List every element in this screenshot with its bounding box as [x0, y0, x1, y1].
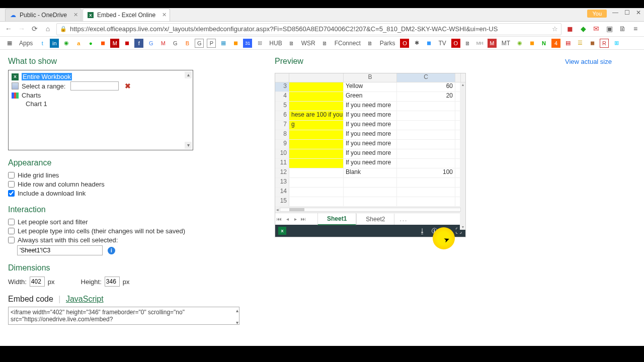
close-icon[interactable]: ✕: [73, 12, 78, 18]
table-row[interactable]: 10If you need more: [275, 149, 465, 159]
row-number[interactable]: 5: [275, 102, 289, 111]
cell[interactable]: [289, 197, 344, 206]
start-cell-option[interactable]: Always start with this cell selected:: [8, 236, 245, 244]
cell[interactable]: If you need more: [344, 121, 397, 130]
bookmark-icon[interactable]: ◼: [424, 39, 433, 48]
bookmark-icon[interactable]: a: [74, 39, 83, 48]
table-row[interactable]: 15: [275, 197, 465, 207]
bookmark-icon[interactable]: ✱: [412, 39, 421, 48]
bookmark-link[interactable]: HUB: [267, 40, 284, 47]
apps-label[interactable]: Apps: [17, 40, 35, 47]
cell[interactable]: Green: [344, 92, 397, 101]
cell[interactable]: hese are 100 if you: [289, 111, 344, 120]
checkbox[interactable]: [8, 172, 15, 178]
next-sheet-icon[interactable]: ▸: [291, 216, 299, 222]
col-header-b[interactable]: B: [344, 73, 397, 82]
cell[interactable]: [397, 188, 455, 197]
row-number[interactable]: 15: [275, 197, 289, 206]
cell[interactable]: [397, 149, 455, 158]
checkbox[interactable]: [8, 228, 15, 234]
bookmark-icon[interactable]: ◼: [122, 39, 131, 48]
clear-range-icon[interactable]: ✖: [125, 82, 131, 90]
cell[interactable]: [397, 102, 455, 111]
url-field[interactable]: 🔒 https://excel.officeapps.live.com/x/_l…: [56, 23, 561, 35]
cell[interactable]: [289, 102, 344, 111]
cell[interactable]: [289, 82, 344, 92]
star-icon[interactable]: ☆: [552, 25, 558, 33]
row-number[interactable]: 6: [275, 111, 289, 120]
gmail-icon[interactable]: ✉: [592, 25, 601, 34]
bookmark-icon[interactable]: ⊞: [612, 39, 621, 48]
ext-icon[interactable]: ▣: [605, 25, 614, 34]
menu-icon[interactable]: ≡: [631, 25, 640, 34]
browser-tab-excel-embed[interactable]: X Embed - Excel Online ✕: [83, 9, 170, 21]
cell[interactable]: [397, 111, 455, 120]
cell[interactable]: 60: [397, 82, 455, 92]
tree-item-workbook[interactable]: X Entire Workbook: [12, 72, 190, 81]
table-row[interactable]: 5If you need more: [275, 102, 465, 111]
bookmark-icon[interactable]: G: [195, 39, 204, 48]
table-row[interactable]: 14: [275, 188, 465, 197]
cell[interactable]: [289, 140, 344, 149]
hide-grid-option[interactable]: Hide grid lines: [8, 171, 245, 179]
you-badge[interactable]: You: [587, 10, 607, 18]
cell[interactable]: If you need more: [344, 159, 397, 168]
tree-item-charts[interactable]: Charts: [12, 91, 190, 100]
bookmark-icon[interactable]: ⊞: [255, 39, 264, 48]
sheet-tab-1[interactable]: Sheet1: [317, 213, 356, 225]
minimize-icon[interactable]: —: [612, 9, 618, 16]
start-cell-input[interactable]: [17, 245, 103, 255]
cell[interactable]: If you need more: [344, 130, 397, 139]
source-selector[interactable]: ▴ ▾ X Entire Workbook Select a range: ✖ …: [8, 70, 193, 150]
cell[interactable]: [397, 178, 455, 187]
cell[interactable]: [289, 178, 344, 187]
bookmark-icon[interactable]: ◼: [98, 39, 107, 48]
scroll-down-icon[interactable]: ▾: [236, 320, 238, 325]
download-link-option[interactable]: Include a download link: [8, 190, 245, 197]
close-icon[interactable]: ✕: [162, 12, 167, 18]
sheet-tab-2[interactable]: Sheet2: [356, 214, 394, 225]
bookmark-icon[interactable]: B: [183, 39, 192, 48]
bookmark-icon[interactable]: M: [158, 39, 168, 48]
cell[interactable]: [289, 159, 344, 168]
javascript-tab[interactable]: JavaScript: [66, 295, 104, 303]
hide-headers-option[interactable]: Hide row and column headers: [8, 180, 245, 188]
cell[interactable]: [397, 159, 455, 168]
checkbox[interactable]: [8, 237, 15, 243]
grid-body[interactable]: 3Yellow604Green205If you need more6hese …: [275, 82, 465, 207]
bookmark-icon[interactable]: ◼: [231, 39, 240, 48]
type-cells-option[interactable]: Let people type into cells (their change…: [8, 227, 245, 235]
cell[interactable]: 100: [397, 168, 455, 177]
bookmark-icon[interactable]: P: [207, 39, 216, 48]
bookmark-icon[interactable]: G: [146, 39, 155, 48]
row-number[interactable]: 14: [275, 188, 289, 197]
row-number[interactable]: 10: [275, 149, 289, 158]
bookmark-link[interactable]: Parks: [378, 40, 397, 47]
first-sheet-icon[interactable]: ⏮: [275, 216, 283, 222]
tree-item-chart1[interactable]: Chart 1: [12, 100, 190, 108]
maximize-icon[interactable]: ☐: [624, 9, 630, 16]
cell[interactable]: If you need more: [344, 140, 397, 149]
table-row[interactable]: 7gIf you need more: [275, 121, 465, 130]
browser-tab-onedrive[interactable]: ☁ Public - OneDrive ✕: [5, 9, 82, 21]
back-icon[interactable]: ←: [4, 25, 13, 34]
table-row[interactable]: 13: [275, 178, 465, 188]
bookmark-icon[interactable]: ☰: [576, 39, 585, 48]
cell[interactable]: Blank: [344, 168, 397, 177]
horizontal-scrollbar[interactable]: ◂▸: [275, 207, 465, 213]
forward-icon[interactable]: →: [17, 25, 26, 34]
bookmark-link[interactable]: MT: [500, 40, 512, 47]
cell[interactable]: [344, 188, 397, 197]
cell[interactable]: [397, 140, 455, 149]
bookmark-link[interactable]: WSR: [299, 40, 317, 47]
height-input[interactable]: [105, 277, 120, 287]
row-number[interactable]: 7: [275, 121, 289, 130]
bookmark-icon[interactable]: 🗎: [366, 39, 375, 48]
cell[interactable]: [289, 130, 344, 139]
embed-code-textarea[interactable]: <iframe width="402" height="346" framebo…: [8, 307, 239, 325]
table-row[interactable]: 11If you need more: [275, 159, 465, 168]
checkbox[interactable]: [8, 219, 15, 225]
row-number[interactable]: 12: [275, 168, 289, 177]
table-row[interactable]: 6hese are 100 if youIf you need more: [275, 111, 465, 121]
reload-icon[interactable]: ⟳: [30, 25, 39, 34]
